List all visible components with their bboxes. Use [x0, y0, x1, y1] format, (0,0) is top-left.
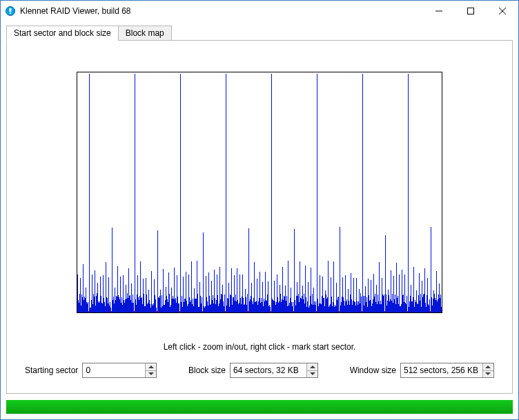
svg-marker-12	[485, 372, 491, 375]
close-button[interactable]	[487, 1, 518, 21]
window-size-up[interactable]	[483, 363, 493, 370]
histogram-bar	[408, 74, 409, 312]
block-size-label: Block size	[188, 366, 226, 375]
histogram-bar	[288, 261, 288, 312]
controls-row: Starting sector Block size	[18, 363, 501, 381]
svg-rect-1	[10, 8, 12, 12]
block-size-up[interactable]	[307, 363, 317, 370]
block-size-spinner[interactable]	[230, 363, 318, 378]
tab-start-sector[interactable]: Start sector and block size	[6, 26, 119, 41]
minimize-button[interactable]	[423, 1, 455, 21]
block-size-down[interactable]	[307, 370, 317, 378]
histogram-bar	[180, 74, 181, 312]
histogram-bar	[271, 74, 272, 312]
svg-marker-9	[310, 366, 315, 368]
window-size-down[interactable]	[483, 370, 493, 378]
status-progress-bar	[6, 400, 513, 414]
histogram-bar	[203, 232, 204, 312]
starting-sector-control: Starting sector	[25, 363, 157, 378]
maximize-button[interactable]	[455, 1, 487, 21]
window-buttons	[423, 1, 518, 21]
starting-sector-down[interactable]	[146, 370, 156, 378]
tab-strip: Start sector and block size Block map	[6, 26, 513, 41]
window-size-input[interactable]	[401, 363, 482, 377]
histogram-bar	[226, 74, 226, 312]
histogram-bar	[328, 261, 329, 312]
window-title: Klennet RAID Viewer, build 68	[20, 6, 423, 16]
app-window: Klennet RAID Viewer, build 68 Start sect…	[0, 0, 519, 420]
histogram-bar	[333, 261, 334, 312]
block-size-input[interactable]	[231, 363, 306, 377]
histogram-bar	[441, 307, 442, 312]
svg-marker-8	[148, 372, 154, 375]
starting-sector-up[interactable]	[146, 363, 156, 370]
histogram-bar	[89, 74, 90, 312]
app-icon	[5, 6, 16, 17]
plot-hint-text: Left click - zoom in/out, right click - …	[18, 342, 501, 352]
svg-marker-11	[485, 366, 491, 368]
block-size-control: Block size	[188, 363, 318, 378]
tab-panel: Left click - zoom in/out, right click - …	[6, 40, 513, 394]
histogram-bar	[340, 227, 340, 312]
window-size-label: Window size	[350, 366, 396, 375]
tab-block-map[interactable]: Block map	[118, 26, 172, 41]
starting-sector-spinner[interactable]	[82, 363, 157, 378]
window-size-spinner[interactable]	[400, 363, 494, 378]
svg-marker-7	[148, 366, 154, 368]
svg-rect-4	[468, 8, 474, 14]
histogram-bar	[248, 228, 249, 312]
histogram-bar	[413, 267, 414, 312]
plot-container	[18, 49, 501, 335]
histogram-bar	[135, 74, 135, 312]
starting-sector-input[interactable]	[83, 363, 145, 377]
histogram-bar	[362, 74, 363, 312]
svg-marker-10	[310, 372, 315, 375]
histogram-bar	[317, 74, 317, 312]
starting-sector-label: Starting sector	[25, 366, 78, 375]
sector-histogram-plot[interactable]	[77, 72, 442, 313]
titlebar: Klennet RAID Viewer, build 68	[1, 1, 518, 21]
client-area: Start sector and block size Block map Le…	[1, 21, 518, 419]
svg-point-2	[10, 12, 11, 14]
window-size-control: Window size	[350, 363, 494, 378]
